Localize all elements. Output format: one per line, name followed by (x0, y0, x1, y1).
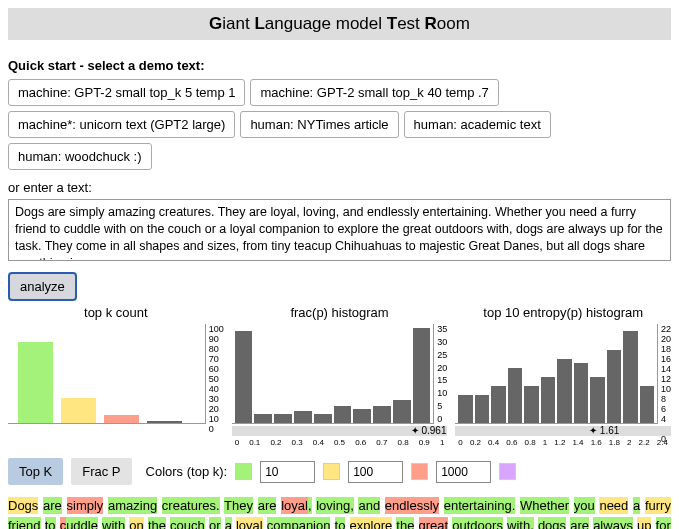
token[interactable]: They (224, 497, 253, 514)
token[interactable] (221, 517, 225, 529)
token[interactable]: to (45, 517, 56, 529)
token[interactable]: and (358, 497, 380, 514)
threshold-2-input[interactable] (348, 461, 403, 483)
token[interactable]: loving (316, 497, 350, 514)
token[interactable] (56, 517, 60, 529)
axis-fracp: 35302520151050 (433, 324, 447, 424)
swatch-purple (499, 463, 516, 480)
token[interactable]: simply (67, 497, 104, 514)
threshold-1-input[interactable] (260, 461, 315, 483)
axis-entropy: 2220181614121086420 (657, 324, 671, 424)
chart-topk: top k count 1009080706050403020100 (8, 305, 224, 442)
token[interactable] (439, 497, 444, 514)
bars-entropy (455, 322, 657, 424)
token[interactable]: for (656, 517, 671, 529)
swatch-yellow (323, 463, 340, 480)
demo-chip-3[interactable]: human: NYTimes article (240, 111, 398, 138)
token[interactable]: amazing (108, 497, 157, 514)
xaxis-fracp: 00.10.20.30.40.50.60.70.80.91 (232, 436, 448, 447)
token[interactable]: uddle (66, 517, 98, 529)
tab-fracp[interactable]: Frac P (71, 458, 131, 485)
chart-entropy: top 10 entropy(p) histogram 222018161412… (455, 305, 671, 442)
demo-chip-1[interactable]: machine: GPT-2 small top_k 40 temp .7 (250, 79, 498, 106)
tab-topk[interactable]: Top K (8, 458, 63, 485)
swatch-green (235, 463, 252, 480)
token[interactable]: up (637, 517, 651, 529)
demo-chip-5[interactable]: human: woodchuck :) (8, 143, 152, 170)
token[interactable]: loyal (281, 497, 308, 514)
colors-label: Colors (top k): (146, 464, 228, 479)
chart-title-fracp: frac(p) histogram (232, 305, 448, 320)
demo-chip-2[interactable]: machine*: unicorn text (GPT2 large) (8, 111, 235, 138)
demo-chip-row: machine: GPT-2 small top_k 5 temp 1machi… (8, 79, 671, 170)
bars-topk (8, 322, 205, 424)
token[interactable]: endlessly (385, 497, 439, 514)
token[interactable]: Dogs (8, 497, 38, 514)
token[interactable]: entertaining (444, 497, 512, 514)
chart-fracp: frac(p) histogram 35302520151050 ✦ 0.961… (232, 305, 448, 442)
chart-title-topk: top k count (8, 305, 224, 320)
token[interactable]: dogs (538, 517, 566, 529)
token[interactable]: on (129, 517, 143, 529)
xaxis-entropy: 00.20.40.60.811.21.41.61.822.22.4 (455, 436, 671, 447)
token[interactable]: you (574, 497, 595, 514)
threshold-3-input[interactable] (436, 461, 491, 483)
token[interactable]: friend (8, 517, 41, 529)
token[interactable]: need (599, 497, 628, 514)
token[interactable]: the (396, 517, 414, 529)
token[interactable] (651, 517, 655, 529)
text-input[interactable]: Dogs are simply amazing creatures. They … (8, 199, 671, 261)
token[interactable]: the (148, 517, 166, 529)
token[interactable]: with (507, 517, 530, 529)
bars-fracp (232, 322, 434, 424)
token[interactable]: are (570, 517, 589, 529)
swatch-red (411, 463, 428, 480)
token[interactable] (62, 497, 67, 514)
slider-entropy[interactable]: ✦ 1.61 (455, 426, 671, 436)
token[interactable]: loyal (236, 517, 263, 529)
axis-topk: 1009080706050403020100 (205, 324, 224, 424)
token[interactable] (414, 517, 418, 529)
token[interactable]: companion (267, 517, 331, 529)
token[interactable]: are (258, 497, 277, 514)
token[interactable]: or (209, 517, 221, 529)
slider-mark-entropy: ✦ 1.61 (589, 425, 619, 436)
token[interactable]: great (419, 517, 449, 529)
token[interactable]: creatures (162, 497, 216, 514)
token[interactable] (330, 517, 334, 529)
token[interactable] (345, 517, 349, 529)
token[interactable]: are (43, 497, 62, 514)
app-title: Giant Language model Test Room (8, 8, 671, 40)
token[interactable]: explore (350, 517, 393, 529)
token[interactable]: Whether (520, 497, 569, 514)
analyze-button[interactable]: analyze (8, 272, 77, 301)
token[interactable]: a (225, 517, 232, 529)
token[interactable]: with (102, 517, 125, 529)
token[interactable] (253, 497, 258, 514)
slider-fracp[interactable]: ✦ 0.961 (232, 426, 448, 436)
chart-title-entropy: top 10 entropy(p) histogram (455, 305, 671, 320)
slider-mark-fracp: ✦ 0.961 (411, 425, 447, 436)
token[interactable]: to (335, 517, 346, 529)
token[interactable]: couch (170, 517, 205, 529)
token[interactable]: , (308, 497, 312, 514)
or-enter-label: or enter a text: (8, 180, 671, 195)
output-text: Dogs are simply amazing creatures. They … (8, 495, 671, 529)
token[interactable]: furry (645, 497, 671, 514)
demo-chip-0[interactable]: machine: GPT-2 small top_k 5 temp 1 (8, 79, 245, 106)
token[interactable]: always (593, 517, 633, 529)
demo-chip-4[interactable]: human: academic text (404, 111, 551, 138)
quick-start-label: Quick start - select a demo text: (8, 58, 671, 73)
token[interactable]: outdoors (452, 517, 503, 529)
